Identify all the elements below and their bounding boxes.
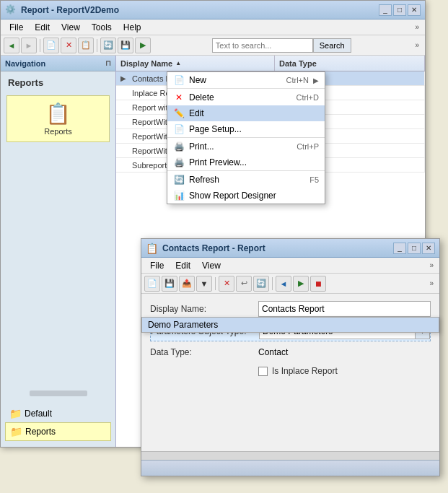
sub-close-button[interactable]: ✕	[422, 243, 435, 254]
nav-folder-reports[interactable]: 📁 Reports	[5, 422, 111, 441]
search-input[interactable]	[212, 38, 313, 53]
sub-save-btn[interactable]: 💾	[162, 276, 177, 292]
inplace-checkbox[interactable]	[258, 367, 268, 376]
sub-toolbar-overflow[interactable]: »	[426, 278, 436, 289]
refresh-button[interactable]: 🔄	[100, 38, 116, 53]
ctx-refresh[interactable]: 🔄 Refresh F5	[167, 172, 325, 188]
menu-tools[interactable]: Tools	[86, 21, 118, 34]
sub-tb-sep2	[272, 277, 273, 290]
menu-help[interactable]: Help	[118, 21, 147, 34]
main-window-title: Report - ReportV2Demo	[21, 5, 379, 15]
sub-window-icon: 📋	[146, 243, 158, 254]
sub-menu-edit[interactable]: Edit	[170, 259, 196, 272]
datatype-value: Contact	[258, 346, 431, 359]
nav-section-title: Reports	[1, 71, 115, 92]
menu-file[interactable]: File	[4, 21, 29, 34]
sub-scroll-area[interactable]	[141, 451, 439, 460]
ctx-pagesetup-label: Page Setup...	[189, 124, 319, 134]
parameters-dropdown-popup: Demo Parameters	[141, 317, 439, 333]
sub-tb-sep	[215, 277, 216, 290]
sub-minimize-button[interactable]: _	[393, 243, 406, 254]
delete-button[interactable]: ✕	[61, 38, 76, 53]
ctx-print-icon: 🖨️	[173, 141, 185, 152]
sub-window: 📋 Contacts Report - Report _ □ ✕ File Ed…	[141, 238, 440, 476]
row-arrow: ▶	[120, 74, 129, 82]
sort-arrow-up: ▲	[175, 60, 181, 66]
displayname-label: Display Name:	[150, 304, 258, 314]
ctx-delete-icon: ✕	[173, 92, 185, 103]
form-row-datatype: Data Type: Contact	[150, 346, 431, 359]
sub-window-title: Contacts Report - Report	[162, 243, 393, 253]
ctx-delete[interactable]: ✕ Delete Ctrl+D	[167, 90, 325, 105]
ctx-refresh-label: Refresh	[189, 175, 305, 185]
nav-folder-default[interactable]: 📁 Default	[5, 405, 111, 422]
table-header: Display Name ▲ Data Type	[116, 56, 425, 71]
close-button[interactable]: ✕	[408, 4, 421, 16]
form-row-displayname: Display Name: Contacts Report	[150, 301, 431, 317]
new-button[interactable]: 📄	[43, 38, 59, 53]
nav-reports-icon-item[interactable]: 📋 Reports	[6, 95, 110, 142]
menu-edit[interactable]: Edit	[29, 21, 56, 34]
back-button[interactable]: ◄	[4, 38, 19, 53]
minimize-button[interactable]: _	[379, 4, 392, 16]
col-header-data-type[interactable]: Data Type	[275, 56, 425, 71]
search-button[interactable]: Search	[313, 38, 351, 53]
clipboard-icon: 📋	[45, 102, 71, 126]
displayname-value[interactable]: Contacts Report	[258, 301, 431, 317]
sub-menu-overflow[interactable]: »	[426, 260, 436, 271]
toolbar-sep-1	[40, 39, 40, 52]
ctx-edit[interactable]: ✏️ Edit	[167, 105, 325, 121]
datatype-label: Data Type:	[150, 347, 258, 357]
nav-reports-icon-label: Reports	[44, 127, 72, 136]
folder-icon-default: 📁	[9, 408, 22, 419]
sub-menu-view[interactable]: View	[196, 259, 227, 272]
nav-header: Navigation ⊓	[1, 56, 115, 71]
sub-menu-file[interactable]: File	[144, 259, 170, 272]
toolbar-overflow[interactable]: »	[412, 40, 422, 51]
col-header-display-name[interactable]: Display Name ▲	[116, 56, 275, 71]
dp-item-demo[interactable]: Demo Parameters	[142, 318, 439, 332]
toolbar-sep-2	[97, 39, 97, 52]
nav-scroll-indicator	[30, 391, 87, 396]
app-icon: ⚙️	[5, 4, 17, 16]
nav-panel: Navigation ⊓ Reports 📋 Reports 📁 Default…	[1, 56, 116, 447]
sub-nav-btn[interactable]: ◄	[276, 276, 291, 292]
ctx-refresh-shortcut: F5	[309, 175, 319, 184]
inplace-label: Is Inplace Report	[272, 366, 338, 376]
ctx-edit-label: Edit	[189, 108, 319, 118]
ctx-edit-icon: ✏️	[173, 108, 185, 119]
ctx-printpreview-label: Print Preview...	[189, 157, 319, 167]
sub-delete-btn[interactable]: ✕	[219, 276, 234, 292]
maximize-button[interactable]: □	[393, 4, 406, 16]
sub-refresh-btn[interactable]: 🔄	[253, 276, 269, 292]
save-button[interactable]: 💾	[118, 38, 133, 53]
ctx-pagesetup[interactable]: 📄 Page Setup...	[167, 121, 325, 138]
menu-overflow[interactable]: »	[412, 22, 422, 32]
sub-stop-btn[interactable]: ⏹	[310, 276, 326, 292]
sub-maximize-button[interactable]: □	[408, 243, 421, 254]
ctx-showdesigner[interactable]: 📊 Show Report Designer	[167, 188, 325, 204]
context-menu: 📄 New Ctrl+N ▶ ✕ Delete Ctrl+D ✏️ Edit 📄…	[167, 71, 325, 204]
sub-menu-bar: File Edit View »	[141, 258, 439, 274]
nav-bottom: 📁 Default 📁 Reports	[1, 399, 115, 447]
nav-folder-default-label: Default	[25, 409, 52, 419]
ctx-delete-shortcut: Ctrl+D	[297, 93, 319, 102]
ctx-printpreview[interactable]: 🖨️ Print Preview...	[167, 154, 325, 171]
ctx-print[interactable]: 🖨️ Print... Ctrl+P	[167, 139, 325, 154]
sub-run-btn[interactable]: ▶	[293, 276, 309, 292]
main-toolbar: ◄ ► 📄 ✕ 📋 🔄 💾 ▶ Search »	[1, 35, 425, 56]
sub-export-btn[interactable]: 📤	[179, 276, 195, 292]
sub-dropdown-btn[interactable]: ▼	[196, 276, 212, 292]
ctx-new[interactable]: 📄 New Ctrl+N ▶	[167, 72, 325, 89]
sub-title-bar: 📋 Contacts Report - Report _ □ ✕	[141, 239, 439, 258]
nav-pin-button[interactable]: ⊓	[105, 59, 111, 67]
sub-undo-btn[interactable]: ↩	[236, 276, 252, 292]
menu-view[interactable]: View	[56, 21, 86, 34]
main-title-bar: ⚙️ Report - ReportV2Demo _ □ ✕	[1, 1, 425, 19]
copy-button[interactable]: 📋	[78, 38, 94, 53]
forward-button[interactable]: ►	[21, 38, 37, 53]
sub-new-btn[interactable]: 📄	[144, 276, 160, 292]
run-button[interactable]: ▶	[135, 38, 151, 53]
ctx-pagesetup-icon: 📄	[173, 123, 185, 135]
ctx-new-arrow: ▶	[313, 77, 319, 84]
